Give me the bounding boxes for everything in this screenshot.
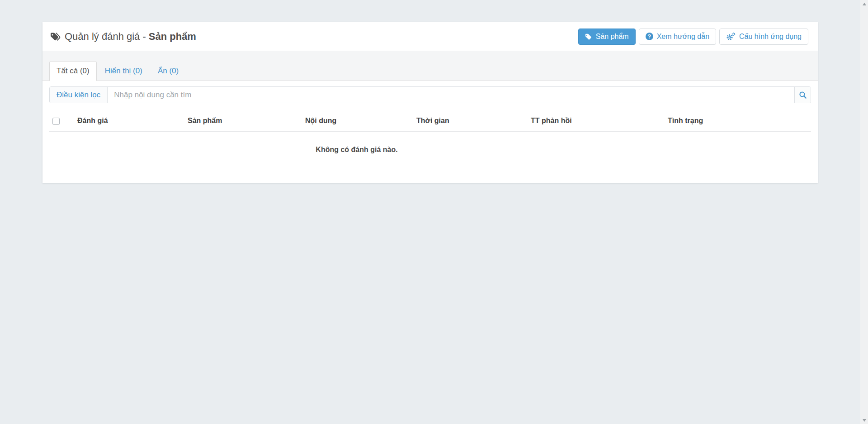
select-all-checkbox[interactable] xyxy=(52,118,60,125)
button-label: Xem hướng dẫn xyxy=(657,33,709,40)
page-scrollbar[interactable] xyxy=(860,0,868,424)
empty-message: Không có đánh giá nào. xyxy=(49,132,664,159)
tab-an[interactable]: Ẩn (0) xyxy=(151,61,186,81)
empty-row-last-cell xyxy=(664,132,811,159)
tab-bar: Tất cả (0) Hiển thị (0) Ẩn (0) xyxy=(42,51,818,81)
filter-label: Điều kiện lọc xyxy=(50,87,108,103)
column-tt-phan-hoi: TT phản hồi xyxy=(527,111,664,132)
cogs-icon xyxy=(726,32,736,41)
column-danh-gia: Đánh giá xyxy=(74,111,184,132)
column-noi-dung: Nội dung xyxy=(302,111,413,132)
scroll-up-icon xyxy=(863,3,866,5)
column-san-pham: Sản phẩm xyxy=(184,111,302,132)
cau-hinh-ung-dung-button[interactable]: Cấu hình ứng dụng xyxy=(719,29,808,45)
page-title-bold: Sản phẩm xyxy=(149,31,196,43)
tab-tat-ca[interactable]: Tất cả (0) xyxy=(49,61,97,81)
tag-icon xyxy=(585,33,592,40)
tab-hien-thi[interactable]: Hiển thị (0) xyxy=(98,61,150,81)
search-icon xyxy=(799,91,807,99)
empty-row: Không có đánh giá nào. xyxy=(49,132,811,159)
column-thoi-gian: Thời gian xyxy=(413,111,527,132)
panel-heading: Quản lý đánh giá - Sản phẩm Sản phẩm ? X… xyxy=(42,22,818,51)
header-buttons: Sản phẩm ? Xem hướng dẫn Cấu hình ứ xyxy=(578,29,808,45)
search-input[interactable] xyxy=(108,87,794,103)
xem-huong-dan-button[interactable]: ? Xem hướng dẫn xyxy=(639,29,716,45)
page-title-text: Quản lý đánh giá - xyxy=(65,31,146,43)
select-all-cell xyxy=(49,111,74,132)
filter-group: Điều kiện lọc xyxy=(49,86,811,103)
column-tinh-trang: Tình trạng xyxy=(664,111,811,132)
tags-icon xyxy=(50,32,61,42)
search-button[interactable] xyxy=(794,87,811,103)
table-header-row: Đánh giá Sản phẩm Nội dung Thời gian TT … xyxy=(49,111,811,132)
panel-body: Điều kiện lọc xyxy=(42,81,818,158)
scrollbar-down-button[interactable] xyxy=(860,416,868,424)
button-label: Sản phẩm xyxy=(596,33,629,40)
button-label: Cấu hình ứng dụng xyxy=(739,33,802,40)
san-pham-button[interactable]: Sản phẩm xyxy=(578,29,636,45)
page-title: Quản lý đánh giá - Sản phẩm xyxy=(50,31,196,43)
scrollbar-up-button[interactable] xyxy=(860,0,868,8)
reviews-panel: Quản lý đánh giá - Sản phẩm Sản phẩm ? X… xyxy=(42,22,818,183)
reviews-table: Đánh giá Sản phẩm Nội dung Thời gian TT … xyxy=(49,111,811,158)
scroll-down-icon xyxy=(863,419,866,422)
question-circle-icon: ? xyxy=(646,33,653,40)
